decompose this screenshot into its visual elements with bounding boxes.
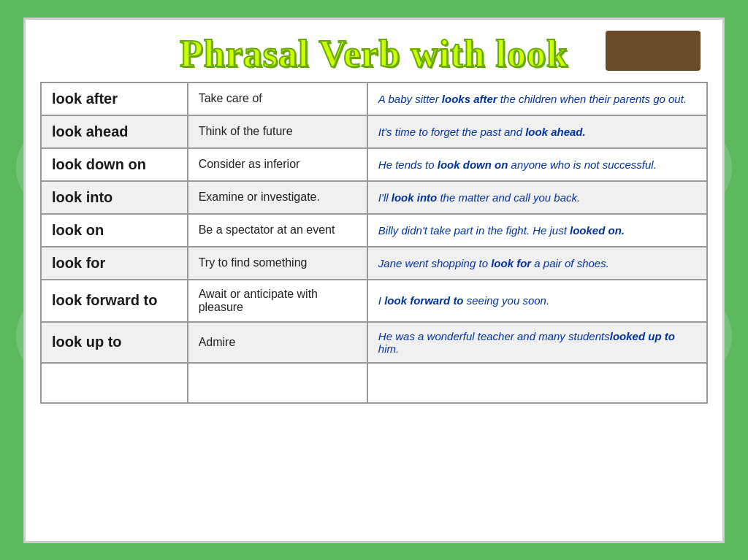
phrasal-verb-cell: look for <box>41 247 188 280</box>
phrasal-verb-cell: look up to <box>41 322 188 363</box>
table-row: look forward toAwait or anticipate with … <box>41 280 707 322</box>
definition-cell: Take care of <box>188 83 367 115</box>
example-cell: Jane went shopping to look for a pair of… <box>367 247 707 280</box>
definition-cell: Be a spectator at an event <box>188 214 367 247</box>
table-wrapper: look afterTake care ofA baby sitter look… <box>26 82 722 418</box>
definition-cell: Think of the future <box>188 115 367 148</box>
definition-cell: Await or anticipate with pleasure <box>188 280 367 322</box>
table-row: look intoExamine or investigate.I'll loo… <box>41 181 707 214</box>
phrasal-verb-cell: look into <box>41 181 188 214</box>
table-row: look down onConsider as inferiorHe tends… <box>41 148 707 181</box>
header: Phrasal Verb with look <box>26 20 722 82</box>
table-row <box>41 363 707 403</box>
definition-cell: Admire <box>188 322 367 363</box>
brown-box <box>606 31 701 71</box>
phrasal-verb-cell: look on <box>41 214 188 247</box>
table-row: look afterTake care ofA baby sitter look… <box>41 83 707 115</box>
phrasal-verb-cell: look forward to <box>41 280 188 322</box>
phrasal-verb-cell: look after <box>41 83 188 115</box>
table-row: look aheadThink of the futureIt's time t… <box>41 115 707 148</box>
phrasal-verb-cell: look ahead <box>41 115 188 148</box>
example-cell <box>367 363 707 403</box>
example-cell: A baby sitter looks after the children w… <box>367 83 707 115</box>
definition-cell: Examine or investigate. <box>188 181 367 214</box>
example-cell: Billy didn't take part in the fight. He … <box>367 214 707 247</box>
slide: Phrasal Verb with look look afterTake ca… <box>23 18 725 543</box>
definition-cell: Try to find something <box>188 247 367 280</box>
example-cell: He was a wonderful teacher and many stud… <box>367 322 707 363</box>
definition-cell <box>188 363 367 403</box>
phrasal-verb-cell: look down on <box>41 148 188 181</box>
table-row: look forTry to find somethingJane went s… <box>41 247 707 280</box>
table-row: look onBe a spectator at an eventBilly d… <box>41 214 707 247</box>
phrasal-verbs-table: look afterTake care ofA baby sitter look… <box>40 82 708 404</box>
definition-cell: Consider as inferior <box>188 148 367 181</box>
example-cell: I look forward to seeing you soon. <box>367 280 707 322</box>
page-title: Phrasal Verb with look <box>47 33 701 74</box>
example-cell: It's time to forget the past and look ah… <box>367 115 707 148</box>
phrasal-verb-cell <box>41 363 188 403</box>
table-row: look up toAdmireHe was a wonderful teach… <box>41 322 707 363</box>
example-cell: He tends to look down on anyone who is n… <box>367 148 707 181</box>
example-cell: I'll look into the matter and call you b… <box>367 181 707 214</box>
